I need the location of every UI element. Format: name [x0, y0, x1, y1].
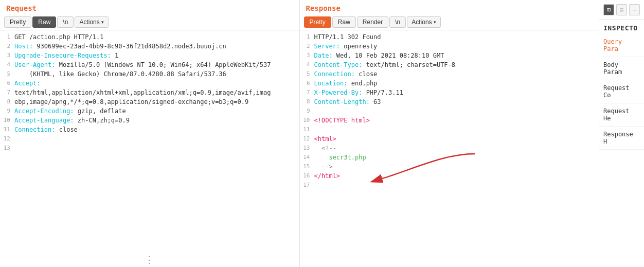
table-row: 16 </html>: [300, 171, 599, 181]
response-tab-raw[interactable]: Raw: [332, 16, 356, 28]
collapse-button[interactable]: —: [629, 4, 640, 15]
table-row: 3 Date: Wed, 10 Feb 2021 08:28:10 GMT: [300, 51, 599, 60]
table-row: 12: [0, 134, 299, 144]
panels: Request Pretty Raw \n Actions ▾ 1 GET /a…: [0, 0, 599, 267]
table-row: 3 Upgrade-Insecure-Requests: 1: [0, 51, 299, 60]
table-row: 10 Accept-Language: zh-CN,zh;q=0.9: [0, 116, 299, 125]
request-toolbar: Pretty Raw \n Actions ▾: [0, 14, 299, 30]
inspector-request-headers-label: Request He: [603, 108, 630, 122]
inspector-title: INSPECTO: [599, 20, 644, 34]
table-row: 8 ebp,image/apng,*/*;q=0.8,application/s…: [0, 97, 299, 106]
response-title: Response: [300, 0, 599, 14]
inspector-item-body-params[interactable]: Body Param: [599, 57, 644, 80]
table-row: 1 HTTP/1.1 302 Found: [300, 32, 599, 42]
inspector-item-request-cookies[interactable]: Request Co: [599, 80, 644, 103]
response-actions-label: Actions: [412, 19, 432, 26]
table-row: 5 Connection: close: [300, 69, 599, 79]
table-row: 1 GET /action.php HTTP/1.1: [0, 32, 299, 42]
table-row: 15 -->: [300, 162, 599, 171]
table-row: 6 Accept:: [0, 79, 299, 88]
table-row: 7 text/html,application/xhtml+xml,applic…: [0, 88, 299, 97]
table-row: 9 Accept-Encoding: gzip, deflate: [0, 106, 299, 116]
table-row: 5 (KHTML, like Gecko) Chrome/87.0.4280.8…: [0, 69, 299, 79]
response-tab-pretty[interactable]: Pretty: [304, 16, 331, 28]
table-row: 8 Content-Length: 63: [300, 97, 599, 106]
sidebar-header: ⊞ ≡ —: [599, 0, 644, 20]
request-panel: Request Pretty Raw \n Actions ▾ 1 GET /a…: [0, 0, 300, 267]
response-actions-chevron-icon: ▾: [434, 20, 436, 25]
table-row: 4 Content-Type: text/html; charset=UTF-8: [300, 60, 599, 69]
request-tab-raw[interactable]: Raw: [32, 16, 56, 28]
request-actions-button[interactable]: Actions ▾: [75, 16, 108, 28]
request-title: Request: [0, 0, 299, 14]
table-row: 4 User-Agent: Mozilla/5.0 (Windows NT 10…: [0, 60, 299, 69]
inspector-response-headers-label: Response H: [603, 131, 633, 145]
inspector-item-response-headers[interactable]: Response H: [599, 127, 644, 150]
response-panel: Response Pretty Raw Render \n Actions ▾ …: [300, 0, 599, 267]
request-code-area[interactable]: 1 GET /action.php HTTP/1.1 2 Host: 93069…: [0, 30, 299, 252]
inspector-body-params-label: Body Param: [603, 61, 622, 76]
right-sidebar: ⊞ ≡ — INSPECTO Query Para Body Param Req…: [599, 0, 644, 267]
table-row: 11 Connection: close: [0, 125, 299, 134]
table-row: 9: [300, 106, 599, 116]
response-tab-render[interactable]: Render: [357, 16, 388, 28]
request-actions-label: Actions: [79, 19, 99, 26]
inspector-item-request-headers[interactable]: Request He: [599, 103, 644, 127]
table-row: 13 <!--: [300, 144, 599, 153]
table-row: 14 secr3t.php: [300, 153, 599, 162]
grid-view-button[interactable]: ⊞: [603, 4, 614, 15]
main-area: Request Pretty Raw \n Actions ▾ 1 GET /a…: [0, 0, 599, 267]
table-row: 7 X-Powered-By: PHP/7.3.11: [300, 88, 599, 97]
table-row: 17: [300, 181, 599, 190]
table-row: 10 <!DOCTYPE html>: [300, 116, 599, 125]
list-view-button[interactable]: ≡: [616, 4, 627, 15]
table-row: 13: [0, 144, 299, 153]
request-tab-pretty[interactable]: Pretty: [4, 16, 31, 28]
list-icon: ≡: [620, 6, 623, 13]
response-toolbar: Pretty Raw Render \n Actions ▾: [300, 14, 599, 30]
inspector-query-params-label: Query Para: [603, 38, 622, 52]
table-row: 6 Location: end.php: [300, 79, 599, 88]
table-row: 2 Server: openresty: [300, 42, 599, 51]
response-code-area[interactable]: 1 HTTP/1.1 302 Found 2 Server: openresty…: [300, 30, 599, 267]
response-tab-newline[interactable]: \n: [389, 16, 406, 28]
request-tab-newline[interactable]: \n: [57, 16, 74, 28]
table-row: 12 <html>: [300, 134, 599, 144]
inspector-item-query-params[interactable]: Query Para: [599, 34, 644, 57]
response-actions-button[interactable]: Actions ▾: [407, 16, 440, 28]
inspector-request-cookies-label: Request Co: [603, 84, 630, 99]
table-row: 11: [300, 125, 599, 134]
grid-icon: ⊞: [607, 6, 611, 13]
minus-icon: —: [633, 6, 636, 13]
request-actions-chevron-icon: ▾: [101, 20, 104, 25]
vertical-dots-menu[interactable]: ⋮: [0, 252, 299, 267]
table-row: 2 Host: 930699ec-23ad-4bb9-8c90-36f21d48…: [0, 42, 299, 51]
